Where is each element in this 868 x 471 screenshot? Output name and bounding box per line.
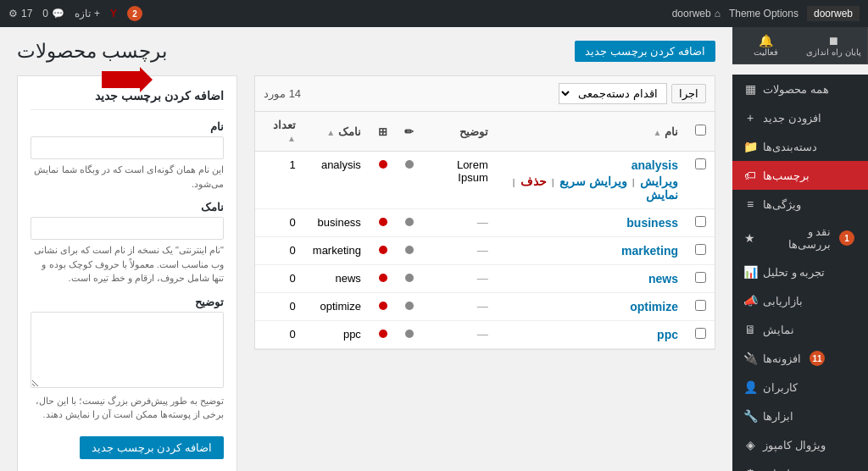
row-dot1-cell [396,293,422,321]
row-checkbox-cell [687,237,715,265]
new-link[interactable]: + تازه [75,8,100,19]
row-dot2-cell [370,265,396,293]
row-checkbox[interactable] [695,216,706,227]
updates-link[interactable]: 17 ⚙ [8,8,32,19]
folder-icon: 📁 [743,139,758,154]
sidebar: همه محصولات ▦ افزودن جدید + دسته‌بندی‌ها… [732,75,868,471]
sidebar-item-display[interactable]: نمایش 🖥 [732,315,868,344]
sidebar-item-marketing[interactable]: بازاریابی 📣 [732,286,868,315]
check-all-header [687,112,715,152]
row-dot1-cell [396,237,422,265]
sidebar-item-label: ابزارها [763,410,793,423]
slug-column-header[interactable]: نامک ▲ [304,112,370,152]
name-field-input[interactable] [31,136,224,159]
setup-label: پایان راه اندازی [804,47,864,57]
description-field-textarea[interactable] [31,312,224,388]
row-dot1-cell [396,209,422,237]
add-tag-submit-button[interactable]: اضافه کردن برچسب جدید [80,436,224,459]
delete-link[interactable]: حذف [520,175,547,188]
sidebar-item-settings[interactable]: تنظیمات ⚙ [732,459,868,471]
notification-link[interactable]: 2 [127,6,142,21]
sidebar-item-label: بازاریابی [763,295,803,308]
dot-red-icon [379,218,387,226]
admin-bar-right: 2 Y + تازه 💬 0 17 ⚙ [8,6,142,21]
tag-name-link[interactable]: analysis [632,158,678,172]
comments-icon: 💬 [52,8,64,19]
view-link[interactable]: نمایش [646,188,678,202]
row-slug-cell: optimize [304,293,370,321]
dash-icon: — [477,300,488,313]
desc-column-header[interactable]: توضیح [422,112,497,152]
row-dot1-cell [396,321,422,349]
plugin-icon: 🔌 [743,351,758,366]
slug-header-label: نامک [338,125,361,138]
tag-name-link[interactable]: ppc [657,328,678,341]
row-checkbox[interactable] [695,158,706,169]
edit-link[interactable]: ویرایش [640,175,678,188]
row-slug-cell: marketing [304,237,370,265]
row-desc-cell: Lorem Ipsum [422,152,497,209]
tag-name-link[interactable]: marketing [621,244,678,258]
theme-options-link[interactable]: Theme Options [729,8,798,19]
dash-icon: — [477,328,488,341]
sidebar-item-tags[interactable]: برچسب‌ها 🏷 [732,161,868,190]
activity-label: فعالیت [737,47,796,57]
bulk-action-select[interactable]: اقدام دسته‌جمعی [559,83,667,104]
sidebar-item-attributes[interactable]: ویژگی‌ها ≡ [732,190,868,219]
new-label: تازه [75,8,91,19]
row-checkbox-cell [687,321,715,349]
row-checkbox[interactable] [695,328,706,339]
home-link[interactable]: ⌂ doorweb [672,8,721,19]
name-column-header[interactable]: نام ▲ [497,112,687,152]
site-name-link[interactable]: doorweb [807,6,860,21]
comments-link[interactable]: 💬 0 [42,8,64,19]
sidebar-item-all-products[interactable]: همه محصولات ▦ [732,75,868,103]
row-desc-cell: — [422,321,497,349]
sidebar-item-tools[interactable]: ابزارها 🔧 [732,402,868,430]
row-name-cell: business [497,209,687,237]
sidebar-item-label: برچسب‌ها [763,169,810,182]
sidebar-item-add-new[interactable]: افزودن جدید + [732,103,868,132]
apply-button[interactable]: اجرا [671,84,706,103]
row-name-cell: marketing [497,237,687,265]
separator: | [513,177,515,187]
sidebar-item-plugins[interactable]: 11 افزونه‌ها 🔌 [732,344,868,373]
row-checkbox[interactable] [695,244,706,255]
slug-field-input[interactable] [31,217,224,240]
page-header: اضافه کردن برچسب جدید برچسب محصولات [17,40,715,63]
sidebar-item-reviews[interactable]: 1 نقد و بررسی‌ها ★ [732,219,868,258]
setup-link[interactable]: ⏹ پایان راه اندازی [800,27,869,64]
description-field-label: توضیح [31,296,224,308]
add-new-tag-header-button[interactable]: اضافه کردن برچسب جدید [575,41,715,62]
admin-bar: doorweb Theme Options ⌂ doorweb 2 Y + تا… [0,0,868,27]
name-field-hint: این نام همان گونه‌ای است که در وبگاه شما… [31,163,224,191]
activity-link[interactable]: 🔔 فعالیت [732,27,800,64]
tag-name-link[interactable]: business [626,216,678,230]
sidebar-item-label: افزونه‌ها [763,352,801,365]
row-checkbox[interactable] [695,272,706,283]
count-label: 14 مورد [264,87,301,100]
home-label: doorweb [672,8,711,19]
sidebar-item-categories[interactable]: دسته‌بندی‌ها 📁 [732,132,868,161]
display-icon: 🖥 [743,322,758,337]
desc-header-label: توضیح [459,125,488,138]
check-all-checkbox[interactable] [695,125,706,136]
sidebar-item-visual-composer[interactable]: ویژوال کامپوز ◈ [732,430,868,459]
row-checkbox[interactable] [695,300,706,311]
sidebar-item-analytics[interactable]: تجربه و تحلیل 📊 [732,258,868,286]
tag-name-link[interactable]: news [648,272,678,285]
add-form-title: اضافه کردن برچسب جدید [31,89,224,110]
dot-red-icon [379,330,387,338]
dot-red-icon [379,246,387,254]
sidebar-item-label: تنظیمات [763,468,803,472]
table-row: news — news 0 [255,265,715,293]
quick-edit-link[interactable]: ویرایش سریع [559,175,627,188]
sidebar-item-label: ویژوال کامپوز [763,439,826,452]
sidebar-item-users[interactable]: کاربران 👤 [732,373,868,402]
tag-name-link[interactable]: optimize [630,300,678,313]
dot-red-icon [379,302,387,310]
sidebar-item-label: ویژگی‌ها [763,198,801,211]
yoast-icon[interactable]: Y [110,8,117,19]
row-slug-cell: analysis [304,152,370,209]
count-column-header[interactable]: تعداد ▲ [255,112,304,152]
